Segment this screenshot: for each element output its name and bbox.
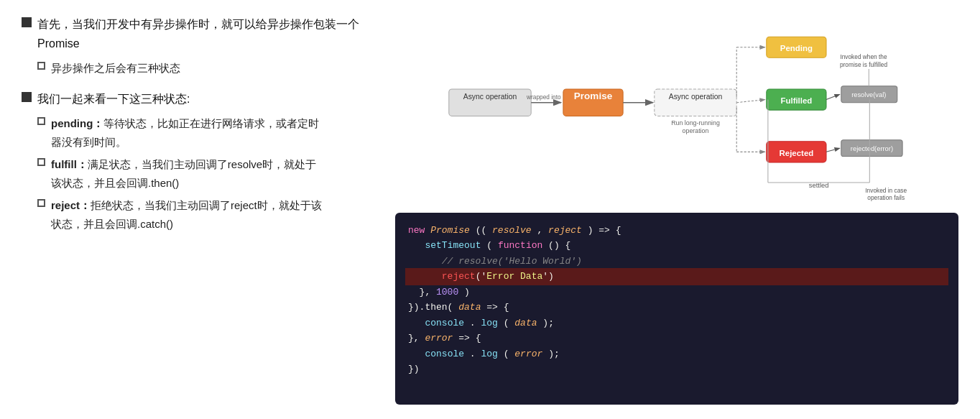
bullet-icon-2 [22,92,32,102]
svg-text:Async operation: Async operation [669,93,723,101]
svg-text:Run long-running: Run long-running [671,119,720,126]
sub-text-1: 异步操作之后会有三种状态 [51,59,180,78]
svg-text:resolve(val): resolve(val) [851,91,886,98]
sub-text-pending: pending：等待状态，比如正在进行网络请求，或者定时器没有到时间。 [51,114,319,151]
main-bullet-1: 首先，当我们开发中有异步操作时，就可以给异步操作包装一个Promise [22,14,374,53]
sub-bullet-fulfill: fulfill：满足状态，当我们主动回调了resolve时，就处于该状态，并且会… [37,155,374,192]
svg-text:Pending: Pending [780,44,813,52]
sub-text-reject: reject：拒绝状态，当我们主动回调了reject时，就处于该状态，并且会回调… [51,196,322,233]
sub-group-2: pending：等待状态，比如正在进行网络请求，或者定时器没有到时间。 fulf… [22,114,374,233]
svg-line-26 [826,94,840,99]
promise-diagram: Async operation wrapped into Promise Asy… [395,14,958,201]
svg-text:settled: settled [809,182,829,189]
code-line-2: setTimeout ( function () { [408,238,946,253]
sub-icon-4 [37,199,45,207]
main-bullet-2: 我们一起来看一下这三种状态: [22,89,374,109]
svg-text:wrapped into: wrapped into [526,93,561,101]
svg-text:promise is fulfilled: promise is fulfilled [840,61,887,68]
bullet-2-text: 我们一起来看一下这三种状态: [37,89,190,109]
sub-bullet-1: 异步操作之后会有三种状态 [37,59,374,78]
bullet-1-text: 首先，当我们开发中有异步操作时，就可以给异步操作包装一个Promise [37,14,359,53]
code-line-6: }).then( data => { [408,300,946,315]
code-line-7: console . log ( data ); [408,316,946,331]
bullet-icon-1 [22,17,32,27]
code-line-9: console . log ( error ); [408,346,946,362]
code-line-4: reject('Error Data') [405,268,948,285]
sub-icon-3 [37,158,45,166]
svg-text:Fulfilled: Fulfilled [780,96,812,105]
svg-text:operation: operation [683,127,709,134]
left-panel: 首先，当我们开发中有异步操作时，就可以给异步操作包装一个Promise 异步操作… [22,14,374,405]
code-line-8: }, error => { [408,331,946,346]
sub-icon-1 [37,62,45,70]
sub-bullet-reject: reject：拒绝状态，当我们主动回调了reject时，就处于该状态，并且会回调… [37,196,374,233]
sub-text-fulfill: fulfill：满足状态，当我们主动回调了resolve时，就处于该状态，并且会… [51,155,316,192]
svg-text:Invoked when the: Invoked when the [840,53,887,60]
sub-icon-2 [37,117,45,125]
svg-line-19 [736,100,765,103]
svg-text:Async operation: Async operation [463,93,517,101]
sub-bullet-pending: pending：等待状态，比如正在进行网络请求，或者定时器没有到时间。 [37,114,374,151]
svg-text:Invoked in case: Invoked in case [865,187,907,194]
code-line-1: new Promise (( resolve , reject ) => { [408,223,946,238]
code-block: new Promise (( resolve , reject ) => { s… [395,213,958,405]
svg-text:Rejected: Rejected [780,149,814,157]
svg-text:operation fails: operation fails [867,194,905,201]
code-line-3: // resolve('Hello World') [408,254,946,269]
right-panel: Async operation wrapped into Promise Asy… [395,14,958,405]
sub-group-1: 异步操作之后会有三种状态 [22,59,374,78]
code-line-5: }, 1000 ) [408,285,946,300]
svg-line-27 [826,148,840,152]
svg-text:Promise: Promise [574,91,613,101]
svg-text:rejected(error): rejected(error) [851,145,893,152]
code-line-10: }) [408,362,946,377]
